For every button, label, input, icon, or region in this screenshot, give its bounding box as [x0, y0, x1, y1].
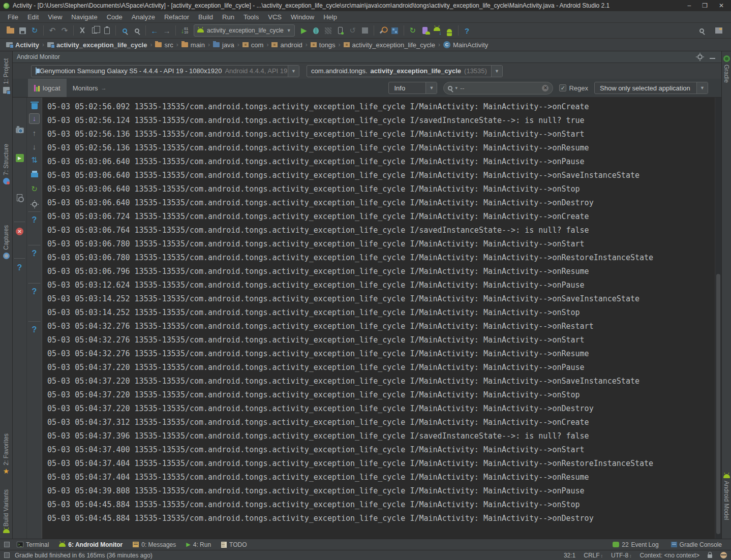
help-icon[interactable]: ? — [461, 24, 473, 37]
back-icon[interactable]: ← — [148, 24, 161, 37]
filter-scope-selector[interactable]: Show only selected application ▼ — [594, 82, 708, 94]
toolwindow-run[interactable]: ▶ 4: Run — [181, 539, 216, 550]
tab-monitors[interactable]: Monitors → — [67, 79, 113, 97]
print-icon[interactable] — [29, 168, 40, 179]
sidebar-item-android-model[interactable]: Android Model — [722, 474, 731, 520]
help-icon[interactable]: ? — [29, 286, 40, 297]
gradle-sync-icon[interactable]: ↻ — [407, 24, 419, 37]
logcat-settings-icon[interactable] — [29, 199, 40, 210]
sidebar-item-build-variants[interactable]: Build Variants — [0, 489, 12, 533]
help-icon[interactable]: ? — [29, 324, 40, 335]
line-ending-selector[interactable]: CRLF↕ — [584, 552, 603, 559]
vertical-scrollbar[interactable] — [715, 98, 721, 539]
redo-icon[interactable]: ↷ — [58, 24, 71, 37]
stop-icon[interactable] — [359, 24, 371, 37]
menu-run[interactable]: Run — [218, 11, 239, 22]
status-toggle-icon[interactable] — [4, 552, 10, 558]
context-indicator[interactable]: Context: <no context> — [640, 552, 699, 559]
toolwindow-gradle-console[interactable]: Gradle Console — [666, 541, 727, 548]
rerun-icon[interactable]: ↺ — [347, 24, 359, 37]
minimize-button[interactable]: – — [687, 2, 691, 9]
cut-icon[interactable] — [76, 24, 88, 37]
user-image-icon[interactable] — [713, 24, 725, 37]
soft-wrap-icon[interactable]: ⇅ — [29, 154, 40, 166]
inspections-hector-icon[interactable] — [720, 552, 727, 558]
down-stack-trace-icon[interactable]: ↓ — [29, 141, 40, 152]
log-level-selector[interactable]: Info ▼ — [388, 82, 437, 94]
replace-icon[interactable] — [131, 24, 143, 37]
toolwindow-messages[interactable]: 0: Messages — [128, 539, 181, 550]
panel-settings-icon[interactable] — [697, 54, 703, 59]
regex-option[interactable]: ✓ Regex — [559, 84, 588, 92]
menu-vcs[interactable]: VCS — [263, 11, 286, 22]
sidebar-item-captures[interactable]: Captures — [0, 225, 12, 259]
toolwindow-android-monitor[interactable]: 6: Android Monitor — [54, 539, 128, 550]
screen-capture-icon[interactable] — [14, 124, 25, 135]
copy-icon[interactable] — [88, 24, 101, 37]
maximize-button[interactable]: ❒ — [702, 2, 708, 9]
regex-checkbox[interactable]: ✓ — [559, 84, 566, 91]
sync-icon[interactable]: ↻ — [28, 24, 41, 37]
undo-icon[interactable]: ↶ — [46, 24, 58, 37]
help-icon[interactable]: ? — [29, 248, 40, 259]
open-icon[interactable] — [4, 24, 16, 37]
breadcrumb-project[interactable]: Activity — [5, 41, 40, 49]
device-monitor-icon[interactable] — [443, 24, 455, 37]
encoding-selector[interactable]: UTF-8↕ — [611, 552, 632, 559]
breadcrumb-tongs[interactable]: tongs — [310, 41, 337, 49]
breadcrumb-main[interactable]: main — [180, 41, 206, 49]
breadcrumb-package[interactable]: activity_exception_life_cycle — [343, 41, 436, 49]
clear-search-icon[interactable]: ✕ — [542, 85, 549, 91]
compile-icon[interactable]: ↓0110 — [178, 24, 191, 37]
menu-file[interactable]: File — [3, 11, 23, 22]
breadcrumb-android[interactable]: android — [270, 41, 303, 49]
avd-manager-icon[interactable] — [389, 24, 401, 37]
menu-tools[interactable]: Tools — [239, 11, 263, 22]
toolwindow-terminal[interactable]: >_ Terminal — [12, 539, 54, 550]
search-everywhere-icon[interactable] — [695, 24, 708, 37]
breadcrumb-java[interactable]: java — [212, 41, 235, 49]
help-icon[interactable]: ? — [29, 214, 40, 226]
device-selector[interactable]: Genymotion Samsung Galaxy S5 - 4.4.4 - A… — [31, 65, 299, 77]
run-configuration-combo[interactable]: activity_exception_life_cycle ▼ — [194, 24, 295, 37]
sidebar-item-project[interactable]: 1: Project — [0, 58, 12, 94]
breadcrumb-src[interactable]: src — [154, 41, 174, 49]
scroll-to-end-icon[interactable]: ↓ — [29, 113, 40, 124]
screen-record-icon[interactable]: ▶ — [14, 152, 25, 164]
sidebar-item-structure[interactable]: 7: Structure — [0, 144, 12, 184]
terminate-application-icon[interactable]: ✕ — [14, 226, 25, 237]
lock-icon[interactable] — [708, 554, 712, 558]
breadcrumb-com[interactable]: com — [241, 41, 265, 49]
close-button[interactable]: ✕ — [719, 2, 724, 9]
find-icon[interactable] — [118, 24, 131, 37]
menu-window[interactable]: Window — [286, 11, 319, 22]
toolwindow-todo[interactable]: TODO — [216, 539, 252, 550]
process-selector[interactable]: com.android.tongs.activity_exception_lif… — [307, 65, 503, 77]
restart-icon[interactable]: ↻ — [29, 183, 40, 195]
menu-help[interactable]: Help — [319, 11, 342, 22]
coverage-icon[interactable] — [322, 24, 334, 37]
clear-logcat-icon[interactable] — [29, 101, 40, 112]
run-icon[interactable]: ▶ — [298, 24, 310, 37]
layout-capture-icon[interactable] — [419, 24, 431, 37]
sdk-update-icon[interactable] — [431, 24, 443, 37]
help-icon[interactable]: ? — [14, 262, 25, 273]
save-icon[interactable] — [16, 24, 28, 37]
menu-analyze[interactable]: Analyze — [127, 11, 160, 22]
menu-refactor[interactable]: Refactor — [160, 11, 194, 22]
sdk-manager-icon[interactable] — [377, 24, 389, 37]
toolwindow-event-log[interactable]: 22 Event Log — [607, 541, 663, 548]
sidebar-item-favorites[interactable]: 2: Favorites ★ — [0, 433, 12, 475]
menu-view[interactable]: View — [43, 11, 67, 22]
scrollbar-thumb[interactable] — [716, 274, 720, 534]
sidebar-item-gradle[interactable]: Gradle — [722, 55, 731, 83]
forward-icon[interactable]: → — [161, 24, 173, 37]
capture-system-info-icon[interactable] — [14, 192, 25, 203]
paste-icon[interactable] — [101, 24, 113, 37]
caret-position[interactable]: 32:1 — [564, 552, 575, 559]
toolwindow-toggle-icon[interactable] — [4, 542, 10, 547]
menu-build[interactable]: Build — [194, 11, 218, 22]
debug-icon[interactable] — [310, 24, 322, 37]
logcat-search-input[interactable]: ▾ -- ✕ — [443, 82, 553, 95]
menu-code[interactable]: Code — [102, 11, 127, 22]
